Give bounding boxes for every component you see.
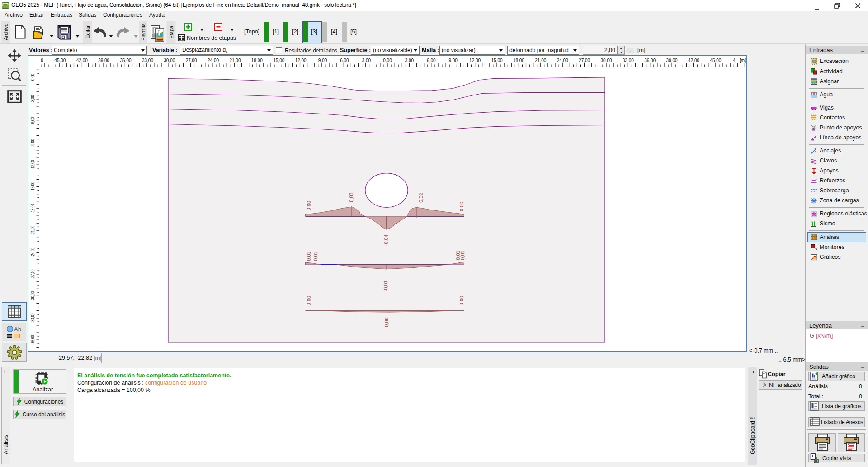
- svg-text:42,00: 42,00: [688, 58, 699, 63]
- svg-text:-36,00: -36,00: [30, 335, 35, 344]
- svg-text:3,00: 3,00: [405, 58, 414, 63]
- svg-text:0,02: 0,02: [418, 193, 424, 202]
- svg-text:-18,00: -18,00: [250, 58, 263, 63]
- svg-text:-9,00: -9,00: [30, 139, 35, 147]
- svg-text:-39,00: -39,00: [97, 58, 110, 63]
- svg-text:45,00: 45,00: [710, 58, 721, 63]
- svg-text:Ab: Ab: [14, 326, 21, 333]
- svg-text:-6,00: -6,00: [30, 117, 35, 124]
- svg-text:21,00: 21,00: [535, 58, 546, 63]
- svg-text:-33,00: -33,00: [30, 313, 35, 323]
- svg-text:30,00: 30,00: [600, 58, 612, 63]
- svg-text:-45,00: -45,00: [53, 58, 66, 63]
- svg-text:-24,00: -24,00: [30, 248, 35, 257]
- svg-text:4: 4: [733, 58, 736, 63]
- svg-text:0,03: 0,03: [349, 192, 354, 202]
- svg-text:-27,00: -27,00: [184, 58, 197, 63]
- svg-text:0,00: 0,00: [459, 296, 464, 305]
- svg-text:-27,00: -27,00: [30, 269, 35, 279]
- svg-text:15,00: 15,00: [491, 58, 502, 63]
- svg-text:39,00: 39,00: [666, 58, 678, 63]
- svg-text:0,00: 0,00: [384, 317, 389, 327]
- svg-text:-18,00: -18,00: [30, 204, 35, 213]
- svg-text:0,01: 0,01: [460, 250, 465, 260]
- svg-text:-9,00: -9,00: [317, 58, 327, 63]
- svg-text:-0,01: -0,01: [383, 280, 388, 291]
- svg-text:0: 0: [41, 58, 43, 63]
- svg-text:-21,00: -21,00: [228, 58, 241, 63]
- svg-text:-36,00: -36,00: [118, 58, 132, 63]
- svg-text:-12,00: -12,00: [293, 58, 307, 63]
- svg-text:0,01: 0,01: [313, 251, 318, 261]
- svg-text:-6,00: -6,00: [339, 58, 349, 63]
- svg-text:0,00: 0,00: [30, 74, 35, 81]
- svg-text:-15,00: -15,00: [30, 182, 35, 191]
- svg-text:27,00: 27,00: [579, 58, 590, 63]
- svg-text:0,00: 0,00: [459, 202, 464, 211]
- svg-text:0,01: 0,01: [306, 251, 311, 261]
- svg-text:-15,00: -15,00: [272, 58, 285, 63]
- svg-text:-33,00: -33,00: [141, 58, 154, 63]
- svg-text:-12,00: -12,00: [30, 160, 35, 169]
- svg-text:18,00: 18,00: [513, 58, 524, 63]
- svg-text:12,00: 12,00: [469, 58, 481, 63]
- svg-text:-0,04: -0,04: [383, 234, 389, 246]
- svg-text:-30,00: -30,00: [162, 58, 175, 63]
- svg-text:-42,00: -42,00: [75, 58, 88, 63]
- svg-text:0,00: 0,00: [306, 201, 311, 210]
- svg-text:-21,00: -21,00: [30, 225, 35, 235]
- svg-text:-3,00: -3,00: [30, 95, 35, 103]
- svg-text:-30,00: -30,00: [30, 291, 35, 301]
- svg-text:-24,00: -24,00: [206, 58, 219, 63]
- svg-text:0,00: 0,00: [383, 58, 392, 63]
- svg-text:-3,00: -3,00: [360, 58, 371, 63]
- svg-text:36,00: 36,00: [644, 58, 656, 63]
- svg-text:[m]: [m]: [740, 58, 746, 63]
- svg-text:24,00: 24,00: [557, 58, 568, 63]
- svg-text:33,00: 33,00: [623, 58, 634, 63]
- svg-text:6,00: 6,00: [427, 58, 436, 63]
- svg-text:9,00: 9,00: [448, 58, 458, 63]
- svg-text:0,00: 0,00: [306, 296, 311, 305]
